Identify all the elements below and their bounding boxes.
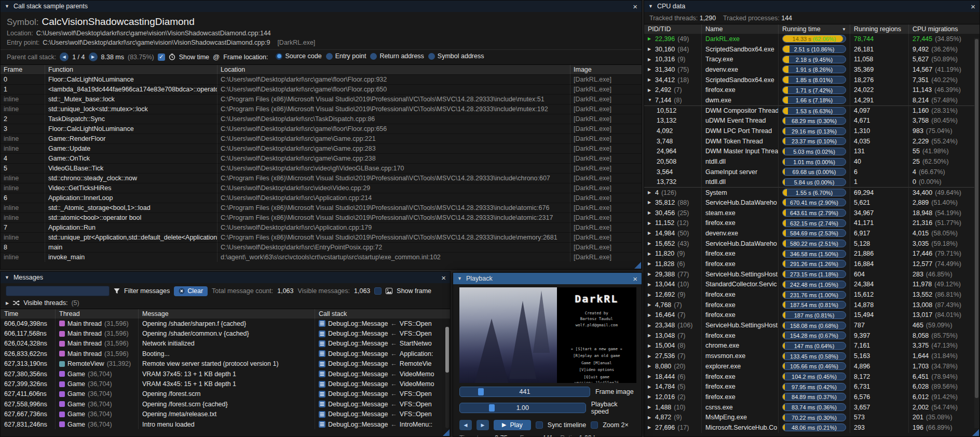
callstack-cell[interactable]: DebugLog::Message←VideoMemo (315, 369, 447, 379)
collapse-icon[interactable]: ▼ (648, 4, 653, 9)
pid-cell[interactable]: ▶11,828(6) (644, 259, 701, 269)
col-function[interactable]: Function (45, 65, 217, 74)
frame-location-radio-entry-point[interactable]: Entry point (326, 52, 366, 60)
pid-cell[interactable]: ▶30,160(84) (644, 44, 701, 55)
zoom-2x-checkbox[interactable] (591, 421, 598, 429)
scrollbar-thumb[interactable] (445, 327, 449, 373)
process-row[interactable]: ▶13,044(10)StandardCollector.Servic242.4… (644, 280, 979, 290)
col-running-regions[interactable]: Running regions (850, 24, 908, 34)
pid-cell[interactable]: ▶27,696(17) (644, 422, 701, 433)
pid-cell[interactable]: 4,092 (644, 126, 701, 136)
step-forward-button[interactable]: ▶ (477, 420, 489, 430)
table-row[interactable]: 6Application::InnerLoopC:\Users\wolf\Des… (1, 193, 642, 203)
callstack-list-icon[interactable] (319, 350, 325, 357)
expand-tree-icon[interactable]: ▶ (648, 77, 652, 82)
process-row[interactable]: ▶11,820(9)firefox.exe346.58 ms (1.50%)21… (644, 248, 979, 259)
pid-cell[interactable]: ▼7,144(8) (644, 95, 701, 105)
table-row[interactable]: inlinestd::unique_lock<std::mutex>::lock… (1, 104, 642, 114)
expand-tree-icon[interactable]: ▶ (648, 302, 652, 307)
process-row[interactable]: 3,564GameInput server69.68 us (0.00%)64(… (644, 167, 979, 177)
playback-titlebar[interactable]: ▼ Playback × (453, 273, 642, 284)
visible-threads-label[interactable]: Visible threads: (23, 299, 67, 307)
expand-tree-icon[interactable]: ▶ (648, 425, 652, 430)
pid-cell[interactable]: ▶29,388(77) (644, 269, 701, 280)
prev-stack-button[interactable]: ◀ (60, 52, 69, 61)
col-message[interactable]: Message (138, 309, 315, 319)
pid-cell[interactable]: ▶22,396(49) (644, 34, 701, 44)
expand-tree-icon[interactable]: ▶ (648, 364, 652, 368)
table-row[interactable]: inlineinvoke_maind:\agent\_work\63\s\src… (1, 252, 642, 262)
messages-titlebar[interactable]: ▼ Messages × (1, 272, 450, 283)
sync-timeline-label[interactable]: Sync timeline (548, 421, 586, 429)
process-row[interactable]: 13,732ntdll.dll5.84 us (0.00%)10(0.00%) (644, 177, 979, 188)
pid-cell[interactable]: ▶12,692(9) (644, 289, 701, 300)
radio-icon[interactable] (276, 53, 282, 60)
cpu-table-header[interactable]: PID/TID Name Running time▼ Running regio… (644, 24, 979, 34)
col-frame[interactable]: Frame (1, 65, 45, 74)
table-row[interactable]: 4Game::OnTickC:\Users\wolf\Desktop\darkr… (1, 153, 642, 163)
step-back-button[interactable]: ◀ (459, 420, 472, 430)
process-row[interactable]: ▶11,828(6)firefox.exe291.26 ms (1.26%)16… (644, 259, 979, 269)
next-stack-button[interactable]: ▶ (89, 52, 98, 61)
pid-cell[interactable]: 13,732 (644, 177, 701, 188)
process-row[interactable]: ▶30,456(25)steam.exe643.61 ms (2.79%)34,… (644, 208, 979, 218)
pid-cell[interactable]: ▶30,456(25) (644, 208, 701, 218)
expand-tree-icon[interactable]: ▶ (648, 272, 652, 276)
play-button[interactable]: ▶ Play (494, 420, 531, 430)
callstack-list-icon[interactable] (319, 361, 325, 367)
expand-icon[interactable]: ▶ (6, 301, 9, 306)
pid-cell[interactable]: ▶13,044(10) (644, 280, 701, 290)
message-row[interactable]: 627,399,326nsGame(36,704)VRAM 43x45: 15 … (1, 379, 450, 389)
process-row[interactable]: ▶15,652(43)ServiceHub.DataWareho580.22 m… (644, 239, 979, 249)
col-thread[interactable]: Thread (55, 309, 138, 319)
process-row[interactable]: ▶15,004(8)chrome.exe147 ms (0.64%)7,1613… (644, 341, 979, 351)
expand-tree-icon[interactable]: ▶ (648, 323, 652, 328)
expand-tree-icon[interactable]: ▶ (648, 394, 652, 399)
expand-tree-icon[interactable]: ▶ (648, 190, 652, 195)
pid-cell[interactable]: ▶34,412(18) (644, 75, 701, 85)
callstack-list-icon[interactable] (319, 340, 325, 347)
resize-grip[interactable] (443, 429, 450, 436)
callstack-cell[interactable]: DebugLog::Message←Application: (315, 349, 447, 359)
col-callstack[interactable]: Call stack (315, 309, 447, 319)
callstack-cell[interactable]: DebugLog::Message←VFS::Open (315, 389, 447, 399)
process-row[interactable]: ▶31,340(75)devenv.exe1.91 s (8.26%)35,36… (644, 64, 979, 75)
message-row[interactable]: 627,411,606nsGame(36,704)Opening /forest… (1, 389, 450, 399)
collapse-tree-icon[interactable]: ▼ (648, 98, 652, 102)
pid-cell[interactable]: 3,564 (644, 167, 701, 177)
callstack-cell[interactable]: DebugLog::Message←StartNetwo (315, 339, 447, 349)
pid-cell[interactable]: ▶31,340(75) (644, 64, 701, 75)
close-icon[interactable]: × (633, 275, 637, 283)
playback-speed-slider[interactable]: 1.00 (459, 403, 586, 413)
process-row[interactable]: ▶30,160(84)ScriptedSandbox64.exe2.51 s (… (644, 44, 979, 55)
messages-table-header[interactable]: Time Thread Message Call stack (1, 309, 450, 319)
pid-cell[interactable]: ▶10,316(9) (644, 54, 701, 64)
frame-location-radio-symbol-address[interactable]: Symbol address (428, 52, 484, 60)
pid-cell[interactable]: ▶27,536(7) (644, 351, 701, 361)
callstack-table-header[interactable]: Frame Function Location Image (1, 65, 642, 74)
pid-cell[interactable]: ▶4,768(7) (644, 300, 701, 310)
expand-tree-icon[interactable]: ▶ (648, 47, 652, 51)
callstack-list-icon[interactable] (319, 370, 325, 377)
message-row[interactable]: 606,117,568nsMain thread(31,596)Opening … (1, 328, 450, 338)
expand-tree-icon[interactable]: ▶ (648, 241, 652, 246)
process-row[interactable]: ▶27,536(7)msvsmon.exe133.45 ms (0.58%)5,… (644, 351, 979, 361)
close-icon[interactable]: × (971, 3, 975, 10)
process-row[interactable]: 13,132uDWM Event Thread68.29 ms (0.30%)4… (644, 116, 979, 126)
callstack-list-icon[interactable] (319, 391, 325, 398)
pid-cell[interactable]: ▶8,080(20) (644, 361, 701, 372)
expand-tree-icon[interactable]: ▶ (648, 261, 652, 266)
callstack-cell[interactable]: DebugLog::Message←VFS::Open (315, 399, 447, 409)
pid-cell[interactable]: ▶11,820(9) (644, 248, 701, 259)
pid-cell[interactable]: ▶18,444(6) (644, 372, 701, 382)
collapse-icon[interactable]: ▼ (5, 4, 9, 9)
process-row[interactable]: ▶22,396(49)DarkRL.exe14.33 s (62.06%)78,… (644, 34, 979, 44)
resize-grip[interactable] (634, 262, 641, 269)
show-frame-label[interactable]: Show frame (397, 287, 431, 295)
expand-tree-icon[interactable]: ▶ (648, 415, 652, 420)
collapse-icon[interactable]: ▼ (5, 275, 9, 280)
process-row[interactable]: ▶4(126)System1.55 s (6.70%)69,29434,400(… (644, 187, 979, 197)
zoom-2x-label[interactable]: Zoom 2× (603, 421, 629, 429)
table-row[interactable]: 0Floor::CalcLightNoLuminanceC:\Users\wol… (1, 74, 642, 84)
table-row[interactable]: 3Floor::CalcLightNoLuminanceC:\Users\wol… (1, 124, 642, 134)
